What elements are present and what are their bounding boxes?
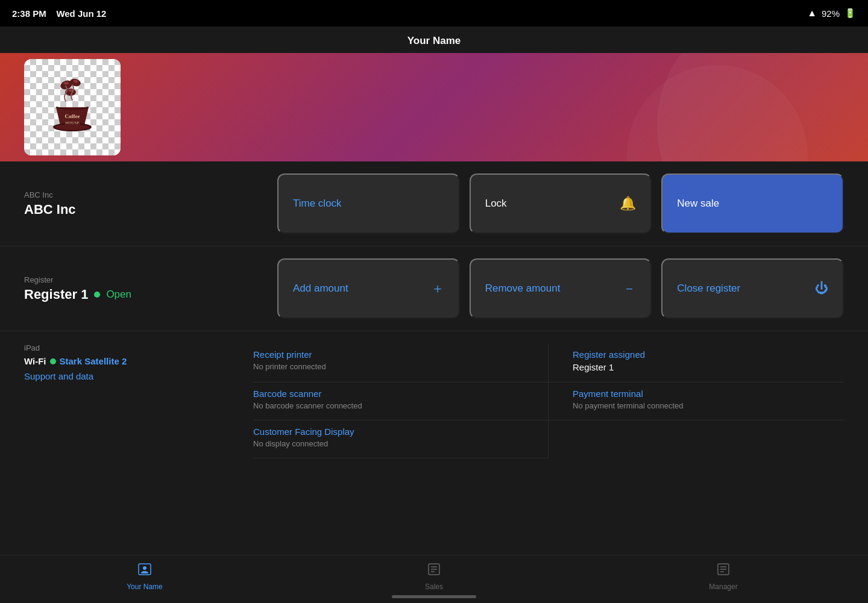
receipt-printer-label[interactable]: Receipt printer [253,349,524,360]
logo-box: Coffee HOUSE [24,59,121,155]
manager-icon [716,562,731,580]
register-assigned-label[interactable]: Register assigned [573,349,844,360]
new-sale-button[interactable]: New sale [661,173,844,234]
devices-section: iPad Wi-Fi Stark Satellite 2 Support and… [0,331,868,470]
remove-amount-button[interactable]: Remove amount － [470,258,652,319]
hero-banner: Coffee HOUSE [0,53,868,161]
status-indicators: ▲ 92% 🔋 [807,8,856,19]
wifi-icon: ▲ [807,8,817,19]
receipt-printer-status: No printer connected [253,362,524,371]
payment-terminal-status: No payment terminal connected [573,401,844,410]
business-label: ABC Inc [24,190,253,199]
remove-amount-label: Remove amount [485,283,561,295]
register-assigned-item: Register assigned Register 1 [549,343,844,383]
lock-icon: 🔔 [620,196,636,211]
customer-display-status: No display connected [253,439,524,448]
sales-nav-label: Sales [425,583,443,591]
barcode-scanner-item: Barcode scanner No barcode scanner conne… [253,383,549,420]
your-name-nav-label: Your Name [127,583,163,591]
lock-button[interactable]: Lock 🔔 [470,173,652,234]
register-name-row: Register 1 Open [24,287,253,302]
barcode-scanner-status: No barcode scanner connected [253,401,524,410]
nav-manager[interactable]: Manager [579,562,868,597]
customer-display-label[interactable]: Customer Facing Display [253,426,524,437]
close-register-button[interactable]: Close register ⏻ [661,258,844,319]
your-name-icon [137,562,152,580]
wifi-dot [50,358,56,364]
receipt-printer-item: Receipt printer No printer connected [253,343,549,383]
wifi-label: Wi-Fi [24,356,46,366]
status-date: Wed Jun 12 [56,8,106,19]
status-bar: 2:38 PM Wed Jun 12 ▲ 92% 🔋 [0,0,868,27]
nav-sales[interactable]: Sales [289,562,579,597]
time-clock-label: Time clock [293,198,342,210]
power-icon: ⏻ [815,281,828,296]
status-time-date: 2:38 PM Wed Jun 12 [12,8,106,19]
register-section: Register Register 1 Open Add amount ＋ Re… [0,246,868,331]
new-sale-label: New sale [677,198,719,210]
wifi-row: Wi-Fi Stark Satellite 2 [24,356,229,366]
open-status-label: Open [106,289,131,301]
register-assigned-value: Register 1 [573,362,844,372]
battery-icon: 🔋 [844,8,856,19]
sales-icon [427,562,441,580]
nav-your-name[interactable]: Your Name [0,562,289,597]
page-title: Your Name [407,35,461,46]
ipad-label: iPad [24,343,229,352]
register-info: Register Register 1 Open [24,275,253,302]
business-section: ABC Inc ABC Inc Time clock Lock 🔔 New sa… [0,161,868,246]
business-name: ABC Inc [24,202,253,217]
action-buttons: Time clock Lock 🔔 New sale [277,173,844,234]
devices-grid: Receipt printer No printer connected Reg… [253,343,844,458]
coffee-logo: Coffee HOUSE [39,74,105,140]
payment-terminal-item: Payment terminal No payment terminal con… [549,383,844,420]
minus-icon: － [623,280,636,298]
business-info: ABC Inc ABC Inc [24,190,253,217]
home-indicator [392,595,476,598]
svg-point-8 [143,566,146,570]
plus-icon: ＋ [431,280,444,298]
payment-terminal-label[interactable]: Payment terminal [573,389,844,399]
register-buttons: Add amount ＋ Remove amount － Close regis… [277,258,844,319]
lock-label: Lock [485,198,507,210]
register-label: Register [24,275,253,284]
add-amount-label: Add amount [293,283,348,295]
time-clock-button[interactable]: Time clock [277,173,460,234]
status-time: 2:38 PM [12,8,46,19]
close-register-label: Close register [677,283,740,295]
ipad-info: iPad Wi-Fi Stark Satellite 2 Support and… [24,343,253,458]
title-bar: Your Name [0,27,868,53]
support-and-data-link[interactable]: Support and data [24,371,229,381]
barcode-scanner-label[interactable]: Barcode scanner [253,389,524,399]
battery-percentage: 92% [822,8,840,19]
customer-display-item: Customer Facing Display No display conne… [253,420,549,458]
manager-nav-label: Manager [709,583,737,591]
wifi-network-name: Stark Satellite 2 [60,356,127,366]
register-name: Register 1 [24,287,88,302]
open-status-dot [94,292,100,298]
svg-text:HOUSE: HOUSE [65,120,79,125]
svg-text:Coffee: Coffee [65,113,80,119]
add-amount-button[interactable]: Add amount ＋ [277,258,460,319]
